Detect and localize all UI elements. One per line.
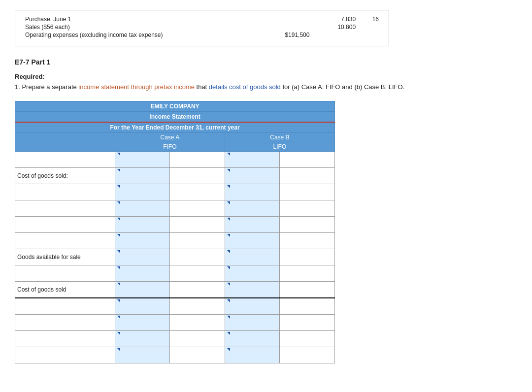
income-input-b2-field[interactable]: [282, 172, 332, 179]
income-input-b1-field[interactable]: [227, 176, 278, 183]
income-input-b1-field[interactable]: [227, 273, 278, 280]
income-input-a2[interactable]: [170, 298, 225, 315]
income-input-b2[interactable]: [280, 232, 335, 249]
income-input-a2[interactable]: [170, 184, 225, 200]
income-input-a1[interactable]: [115, 151, 170, 167]
income-input-a1[interactable]: [115, 298, 170, 315]
income-input-b2[interactable]: [280, 184, 335, 200]
income-input-a1[interactable]: [115, 249, 170, 265]
income-input-a1-field[interactable]: [117, 208, 168, 215]
income-input-b2[interactable]: [280, 249, 335, 265]
income-input-b1[interactable]: [225, 298, 280, 315]
income-input-a1[interactable]: [115, 232, 170, 249]
income-input-a2-field[interactable]: [172, 156, 223, 163]
income-input-b1-field[interactable]: [227, 208, 278, 215]
income-input-b1[interactable]: [225, 184, 280, 200]
income-input-a1[interactable]: [115, 216, 170, 232]
income-input-a2[interactable]: [170, 167, 225, 184]
income-input-a2-field[interactable]: [172, 335, 223, 342]
income-input-b2[interactable]: [280, 330, 335, 347]
income-input-a1[interactable]: [115, 265, 170, 281]
income-input-b2[interactable]: [280, 298, 335, 315]
income-input-b1[interactable]: [225, 151, 280, 167]
income-input-b2-field[interactable]: [282, 303, 332, 310]
income-input-b1-field[interactable]: [227, 241, 278, 248]
income-input-b2-field[interactable]: [282, 270, 332, 277]
income-input-a1-field[interactable]: [117, 160, 168, 166]
income-input-a1-field[interactable]: [117, 273, 168, 280]
income-input-a1-field[interactable]: [117, 339, 168, 346]
income-input-a1[interactable]: [115, 347, 170, 363]
income-input-b2[interactable]: [280, 200, 335, 216]
income-input-b1[interactable]: [225, 200, 280, 216]
income-input-b1-field[interactable]: [227, 290, 278, 296]
income-input-a1-field[interactable]: [117, 241, 168, 248]
income-input-a2[interactable]: [170, 200, 225, 216]
income-input-b1-field[interactable]: [227, 225, 278, 231]
income-input-a2-field[interactable]: [172, 254, 223, 261]
income-input-b2-field[interactable]: [282, 205, 332, 212]
income-input-b1[interactable]: [225, 216, 280, 232]
income-input-b1[interactable]: [225, 330, 280, 347]
income-input-a1[interactable]: [115, 184, 170, 200]
income-input-b1-field[interactable]: [227, 339, 278, 346]
income-input-a2[interactable]: [170, 249, 225, 265]
income-input-b1[interactable]: [225, 347, 280, 363]
income-input-b2-field[interactable]: [282, 319, 332, 326]
income-input-b1-field[interactable]: [227, 306, 278, 313]
income-input-b2-field[interactable]: [282, 221, 332, 228]
income-input-a1-field[interactable]: [117, 323, 168, 329]
income-input-a2-field[interactable]: [172, 286, 223, 293]
income-input-b1[interactable]: [225, 249, 280, 265]
income-input-a2[interactable]: [170, 216, 225, 232]
income-input-a2-field[interactable]: [172, 237, 223, 244]
income-input-a2-field[interactable]: [172, 352, 223, 359]
income-input-a1-field[interactable]: [117, 257, 168, 264]
income-input-b2[interactable]: [280, 347, 335, 363]
income-input-a1[interactable]: [115, 200, 170, 216]
income-input-b2[interactable]: [280, 265, 335, 281]
income-input-a2-field[interactable]: [172, 172, 223, 179]
income-input-a2-field[interactable]: [172, 205, 223, 212]
income-input-a1[interactable]: [115, 281, 170, 298]
income-input-b1-field[interactable]: [227, 257, 278, 264]
income-input-a1[interactable]: [115, 314, 170, 330]
income-input-a1-field[interactable]: [117, 290, 168, 296]
income-input-b1[interactable]: [225, 167, 280, 184]
income-input-a2[interactable]: [170, 281, 225, 298]
income-input-b1-field[interactable]: [227, 192, 278, 199]
income-input-b2[interactable]: [280, 151, 335, 167]
income-input-b2-field[interactable]: [282, 254, 332, 261]
income-input-b1[interactable]: [225, 314, 280, 330]
income-input-a2[interactable]: [170, 265, 225, 281]
income-input-a2-field[interactable]: [172, 221, 223, 228]
income-input-a2[interactable]: [170, 347, 225, 363]
income-input-b2-field[interactable]: [282, 335, 332, 342]
income-input-a2[interactable]: [170, 314, 225, 330]
income-input-b1-field[interactable]: [227, 323, 278, 329]
income-input-b2[interactable]: [280, 314, 335, 330]
income-input-a2[interactable]: [170, 151, 225, 167]
income-input-b1[interactable]: [225, 265, 280, 281]
income-input-b1-field[interactable]: [227, 160, 278, 166]
income-input-b2-field[interactable]: [282, 237, 332, 244]
income-input-b1-field[interactable]: [227, 355, 278, 362]
income-input-b2[interactable]: [280, 167, 335, 184]
income-input-a1[interactable]: [115, 330, 170, 347]
income-input-b2-field[interactable]: [282, 156, 332, 163]
income-input-a2-field[interactable]: [172, 303, 223, 310]
income-input-b2-field[interactable]: [282, 286, 332, 293]
income-input-a1-field[interactable]: [117, 306, 168, 313]
income-input-a2-field[interactable]: [172, 319, 223, 326]
income-input-b2[interactable]: [280, 216, 335, 232]
income-input-a1-field[interactable]: [117, 355, 168, 362]
income-input-a1-field[interactable]: [117, 192, 168, 199]
income-input-b2-field[interactable]: [282, 352, 332, 359]
income-input-b1[interactable]: [225, 232, 280, 249]
income-input-a1-field[interactable]: [117, 176, 168, 183]
income-input-a2-field[interactable]: [172, 270, 223, 277]
income-input-b2-field[interactable]: [282, 189, 332, 196]
income-input-a2[interactable]: [170, 232, 225, 249]
income-input-b1[interactable]: [225, 281, 280, 298]
income-input-a1-field[interactable]: [117, 225, 168, 231]
